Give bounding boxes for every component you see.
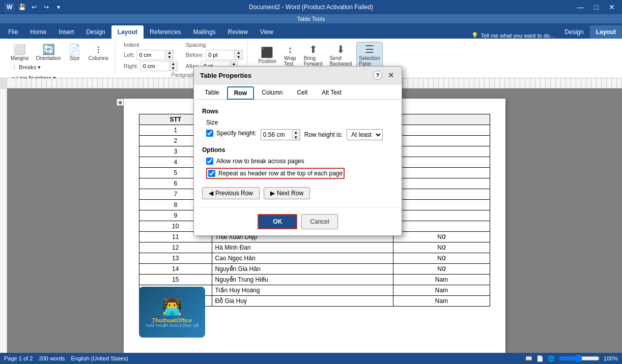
allow-break-checkbox[interactable] [206,158,213,165]
orientation-btn[interactable]: 🔄 Orientation [34,42,64,63]
lightbulb-icon: 💡 [471,32,478,39]
indent-right-up[interactable]: ▲ [169,62,177,66]
tab-table-layout[interactable]: Layout [590,25,622,39]
dialog-title-bar: Table Properties ? ✕ [194,67,402,84]
undo-btn[interactable]: ↩ [29,2,39,12]
maximize-btn[interactable]: □ [591,2,602,12]
spacing-before-input[interactable] [206,52,234,58]
tab-cell[interactable]: Cell [290,86,314,99]
cell-num: 13 [139,253,212,264]
tab-view[interactable]: View [254,25,279,39]
height-spinner[interactable]: ▲ ▼ [261,129,300,140]
height-spinner-btns: ▲ ▼ [292,130,300,140]
tab-home[interactable]: Home [24,25,52,39]
columns-btn[interactable]: ⫶ Columns [86,42,111,63]
row-height-select[interactable]: At least Exactly [347,129,383,140]
view-print-icon[interactable]: 📄 [536,355,544,362]
table-tools-bar: Table Tools [0,14,622,23]
previous-row-btn[interactable]: ◀ Previous Row [202,187,260,199]
tab-references[interactable]: References [144,25,187,39]
size-btn[interactable]: 📄 Size [66,42,84,63]
position-btn[interactable]: ⬛ Position [256,45,279,66]
bring-forward-btn[interactable]: ⬆ Bring Forward [301,42,325,68]
view-read-icon[interactable]: 📖 [525,355,532,362]
height-input[interactable] [261,130,292,140]
dialog-close-btn[interactable]: ✕ [386,71,395,80]
tab-mailings[interactable]: Mailings [187,25,221,39]
next-row-btn[interactable]: ▶ Next Row [264,187,310,199]
indent-left-input[interactable] [137,52,165,58]
tab-design[interactable]: Design [80,25,111,39]
margins-icon: ⬜ [13,43,26,55]
tab-file[interactable]: File [2,25,24,39]
zoom-slider[interactable] [559,354,600,362]
cell-name: Nguyễn Trung Hiếu [212,275,393,285]
cell-name: Đỗ Gia Huy [212,296,393,307]
table-anchor[interactable]: ⊕ [117,99,124,106]
ok-button[interactable]: OK [258,214,297,229]
specify-height-checkbox[interactable] [206,130,213,137]
size-row: Specify height: ▲ ▼ Row height is: At le… [206,129,393,140]
tab-layout[interactable]: Layout [111,25,144,39]
minimize-btn[interactable]: — [574,2,587,12]
columns-icon: ⫶ [96,44,101,55]
cancel-button[interactable]: Cancel [301,214,337,229]
height-down-btn[interactable]: ▼ [292,135,300,140]
selection-pane-btn[interactable]: ☰ Selection Pane [356,42,382,68]
indent-right-combo[interactable]: ▲ ▼ [140,61,178,71]
tab-review[interactable]: Review [221,25,253,39]
save-btn[interactable]: 💾 [17,2,27,12]
language: English (United States) [71,355,129,361]
repeat-header-checkbox[interactable] [208,170,215,177]
indent-left-down[interactable]: ▼ [165,55,173,59]
repeat-header-label: Repeat as header row at the top of each … [218,170,343,177]
close-btn[interactable]: ✕ [606,2,618,12]
next-arrow-icon: ▶ [270,190,275,197]
spacing-before-up[interactable]: ▲ [234,50,242,55]
tab-alt-text[interactable]: Alt Text [315,86,348,99]
indent-right-down[interactable]: ▼ [169,66,177,71]
cell-gender: Nữ [393,253,490,264]
spacing-after-up[interactable]: ▲ [230,62,238,66]
dialog-controls: ? ✕ [373,71,395,80]
margins-btn[interactable]: ⬜ Margins [8,42,32,63]
indent-left-combo[interactable]: ▲ ▼ [136,50,174,60]
ribbon-group-page-setup: ⬜ Margins 🔄 Orientation 📄 Size ⫶ Columns… [4,41,116,76]
dialog-help-btn[interactable]: ? [373,71,382,80]
tab-insert[interactable]: Insert [52,25,80,39]
nav-buttons: ◀ Previous Row ▶ Next Row [202,187,393,199]
spacing-before-combo[interactable]: ▲ ▼ [206,50,243,60]
indent-left-up[interactable]: ▲ [165,50,173,55]
tab-table[interactable]: Table [198,86,226,99]
size-icon: 📄 [68,43,81,55]
indent-right-input[interactable] [141,63,169,69]
size-label: Size [206,119,393,126]
allow-break-row: Allow row to break across pages [206,158,393,165]
tab-column[interactable]: Column [255,86,289,99]
spacing-before-down[interactable]: ▼ [234,55,242,59]
tab-table-design[interactable]: Design [558,25,589,39]
tell-me[interactable]: 💡 Tell me what you want to do... [467,32,558,39]
redo-btn[interactable]: ↪ [41,2,51,12]
table-properties-dialog[interactable]: Table Properties ? ✕ Table Row Column Ce… [193,66,402,236]
logo-figure-icon: 👨‍💻 [162,297,182,316]
page-info: Page 1 of 2 [4,355,33,361]
status-left: Page 1 of 2 200 words English (United St… [4,355,128,361]
allow-break-label: Allow row to break across pages [216,158,304,165]
wrap-text-btn[interactable]: ↕ Wrap Text [281,42,299,68]
height-up-btn[interactable]: ▲ [292,130,300,135]
breaks-icon: ⋮ [12,64,17,71]
send-backward-btn[interactable]: ⬇ Send Backward [327,42,354,68]
breaks-btn[interactable]: ⋮ Breaks ▾ [8,63,111,72]
page-setup-buttons: ⬜ Margins 🔄 Orientation 📄 Size ⫶ Columns [8,42,111,63]
spacing-before-label: Before: [186,52,204,58]
logo-title: ThuthuatOffice [152,317,192,323]
repeat-header-row: Repeat as header row at the top of each … [208,170,343,177]
tab-row[interactable]: Row [227,86,254,100]
rows-section-label: Rows [202,108,393,115]
word-icon: W [4,3,15,12]
indent-label: Indent [124,42,178,48]
table-tools-label: Table Tools [297,16,325,22]
customize-btn[interactable]: ▾ [53,2,64,12]
view-web-icon[interactable]: 🌐 [548,355,555,362]
